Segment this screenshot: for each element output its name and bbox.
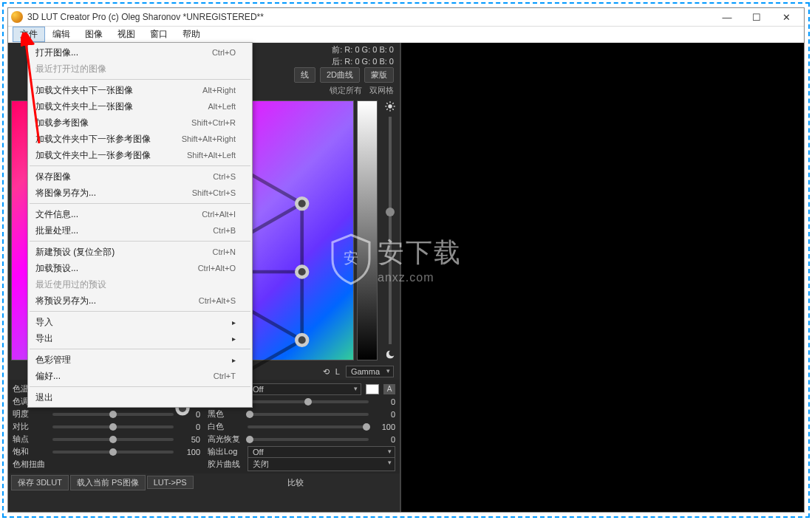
slider-track[interactable] bbox=[248, 413, 369, 416]
opt-lock-all[interactable]: 锁定所有 bbox=[330, 85, 362, 96]
slider-label: 色相扭曲 bbox=[13, 459, 48, 470]
menu-image[interactable]: 图像 bbox=[78, 27, 110, 42]
svg-point-13 bbox=[296, 198, 307, 209]
minimize-button[interactable]: — bbox=[712, 8, 742, 26]
slider-label: 饱和 bbox=[13, 446, 48, 457]
menu-view[interactable]: 视图 bbox=[110, 27, 143, 42]
slider-value: 0 bbox=[373, 435, 395, 444]
rgb-front: 前: R: 0 G: 0 B: 0 bbox=[332, 44, 394, 55]
menu-item: 最近使用过的预设 bbox=[28, 276, 252, 292]
slider-track[interactable] bbox=[248, 400, 369, 403]
slider-label: 胶片曲线 bbox=[208, 459, 243, 470]
title-bar: 3D LUT Creator Pro (c) Oleg Sharonov *UN… bbox=[8, 8, 804, 27]
slider-track[interactable] bbox=[52, 438, 174, 441]
menu-item[interactable]: 新建预设 (复位全部)Ctrl+N bbox=[28, 244, 252, 260]
gamma-combo[interactable]: Gamma bbox=[346, 366, 394, 377]
menu-item[interactable]: 加载参考图像Shift+Ctrl+R bbox=[28, 114, 252, 131]
menu-window[interactable]: 窗口 bbox=[143, 27, 175, 42]
slider-row: 色相扭曲 bbox=[13, 458, 200, 471]
slider-value: 100 bbox=[178, 448, 200, 456]
preview-viewport[interactable] bbox=[400, 43, 804, 512]
menu-item[interactable]: 加载预设...Ctrl+Alt+O bbox=[28, 260, 252, 276]
menu-bar: 文件 编辑 图像 视图 窗口 帮助 bbox=[8, 27, 804, 43]
menu-item[interactable]: 偏好...Ctrl+T bbox=[28, 368, 252, 384]
compare-label[interactable]: 比较 bbox=[287, 477, 304, 488]
slider-row: 输出LogOff bbox=[208, 445, 395, 458]
app-icon bbox=[11, 11, 23, 23]
menu-help[interactable]: 帮助 bbox=[175, 27, 208, 42]
brightness-slider[interactable] bbox=[381, 98, 400, 363]
tab-curve[interactable]: 线 bbox=[294, 67, 315, 83]
menu-item[interactable]: 批量处理...Ctrl+B bbox=[28, 222, 252, 239]
file-menu-dropdown: 打开图像...Ctrl+O最近打开过的图像加载文件夹中下一张图像Alt+Righ… bbox=[27, 42, 253, 408]
close-button[interactable]: ✕ bbox=[771, 8, 801, 26]
tab-mask[interactable]: 蒙版 bbox=[364, 67, 394, 83]
svg-line-36 bbox=[386, 109, 387, 109]
combo-box[interactable]: Off bbox=[248, 383, 361, 395]
slider-track[interactable] bbox=[248, 438, 369, 441]
svg-point-29 bbox=[388, 104, 392, 108]
svg-line-34 bbox=[386, 103, 387, 103]
menu-file[interactable]: 文件 bbox=[13, 27, 45, 42]
save-3dlut-button[interactable]: 保存 3DLUT bbox=[11, 475, 69, 490]
window-title: 3D LUT Creator Pro (c) Oleg Sharonov *UN… bbox=[27, 12, 712, 22]
svg-line-37 bbox=[392, 103, 393, 103]
menu-item[interactable]: 加载文件夹中下一张图像Alt+Right bbox=[28, 82, 252, 98]
bottom-button-bar: 保存 3DLUT 载入当前 PS图像 LUT->PS 比较 bbox=[8, 473, 400, 491]
slider-track[interactable] bbox=[248, 425, 369, 428]
slider-value: 0 bbox=[373, 410, 395, 419]
menu-item[interactable]: 保存图像Ctrl+S bbox=[28, 168, 252, 185]
tab-2d-curve[interactable]: 2D曲线 bbox=[320, 67, 360, 83]
slider-row: 饱和100 bbox=[13, 445, 200, 458]
menu-item[interactable]: 导出▸ bbox=[28, 330, 252, 346]
menu-item[interactable]: 将预设另存为...Ctrl+Alt+S bbox=[28, 292, 252, 309]
slider-row: 胶片曲线关闭 bbox=[208, 458, 395, 471]
slider-label: 输出Log bbox=[208, 446, 243, 457]
opt-dual-grid[interactable]: 双网格 bbox=[369, 85, 394, 96]
rgb-back: 后: R: 0 G: 0 B: 0 bbox=[332, 56, 394, 67]
color-swatch[interactable] bbox=[366, 384, 379, 394]
slider-track[interactable] bbox=[52, 451, 174, 454]
menu-item[interactable]: 加载文件夹中上一张图像Alt+Left bbox=[28, 98, 252, 114]
combo-box[interactable]: Off bbox=[248, 446, 395, 458]
svg-point-20 bbox=[296, 267, 307, 278]
menu-item[interactable]: 色彩管理▸ bbox=[28, 352, 252, 368]
menu-item[interactable]: 将图像另存为...Shift+Ctrl+S bbox=[28, 185, 252, 201]
slider-track[interactable] bbox=[52, 413, 174, 416]
slider-value: 100 bbox=[373, 422, 395, 431]
auto-button[interactable]: A bbox=[383, 384, 395, 394]
menu-edit[interactable]: 编辑 bbox=[45, 27, 78, 42]
moon-icon bbox=[384, 349, 396, 360]
combo-box[interactable]: 关闭 bbox=[248, 457, 395, 471]
sun-icon bbox=[384, 100, 396, 112]
menu-item[interactable]: 加载文件夹中上一张参考图像Shift+Alt+Left bbox=[28, 147, 252, 163]
menu-item[interactable]: 文件信息...Ctrl+Alt+I bbox=[28, 206, 252, 222]
lut-to-ps-button[interactable]: LUT->PS bbox=[147, 476, 194, 489]
svg-point-14 bbox=[296, 335, 307, 346]
menu-item: 最近打开过的图像 bbox=[28, 61, 252, 77]
menu-item[interactable]: 打开图像...Ctrl+O bbox=[28, 44, 252, 61]
luminance-bar[interactable] bbox=[357, 100, 378, 360]
maximize-button[interactable]: ☐ bbox=[742, 8, 771, 26]
menu-item[interactable]: 退出 bbox=[28, 389, 252, 406]
menu-item[interactable]: 导入▸ bbox=[28, 314, 252, 330]
svg-line-35 bbox=[392, 109, 393, 109]
load-ps-image-button[interactable]: 载入当前 PS图像 bbox=[70, 475, 146, 490]
slider-value: 0 bbox=[373, 397, 395, 406]
menu-item[interactable]: 加载文件夹中下一张参考图像Shift+Alt+Right bbox=[28, 131, 252, 147]
slider-track[interactable] bbox=[52, 425, 174, 428]
